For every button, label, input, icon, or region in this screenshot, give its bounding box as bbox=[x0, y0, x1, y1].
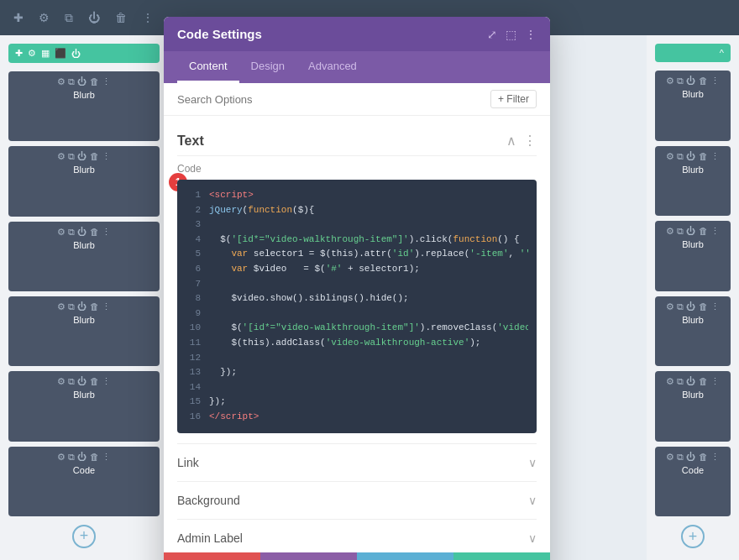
modal-header-icons: ⤢ ⬚ ⋮ bbox=[487, 28, 537, 41]
modal-title: Code Settings bbox=[177, 27, 262, 41]
module-blurb-5[interactable]: ⚙ ⧉ ⏻ 🗑 ⋮ Blurb bbox=[8, 371, 160, 441]
modal-tabs: Content Design Advanced bbox=[164, 51, 550, 83]
more-dots-icon[interactable]: ⋮ bbox=[525, 28, 537, 41]
tab-content[interactable]: Content bbox=[177, 51, 239, 83]
dots-icon[interactable]: ⋮ bbox=[139, 8, 157, 28]
text-section-header: Text ∧ ⋮ bbox=[177, 126, 537, 156]
module-blurb-3[interactable]: ⚙ ⧉ ⏻ 🗑 ⋮ Blurb bbox=[8, 222, 160, 291]
accordion-admin-title: Admin Label bbox=[177, 531, 243, 545]
module-blurb-r4[interactable]: ⚙ ⧉ ⏻ 🗑 ⋮ Blurb bbox=[655, 296, 731, 367]
tab-design[interactable]: Design bbox=[239, 51, 296, 83]
code-label: Code bbox=[177, 163, 537, 175]
accordion-admin-label[interactable]: Admin Label ∨ bbox=[177, 519, 537, 553]
accordion-link[interactable]: Link ∨ bbox=[177, 443, 537, 481]
section-title-text: Text bbox=[177, 133, 204, 149]
accordion-background[interactable]: Background ∨ bbox=[177, 481, 537, 519]
save-button[interactable]: ✓ bbox=[453, 552, 550, 560]
section-controls: ∧ ⋮ bbox=[506, 133, 537, 149]
module-code-right[interactable]: ⚙ ⧉ ⏻ 🗑 ⋮ Code bbox=[655, 447, 731, 517]
code-editor[interactable]: 1 2 3 4 5 6 7 8 9 10 11 12 13 14 15 16 bbox=[177, 180, 537, 433]
modal-footer: ✕ ↺ ↻ ✓ bbox=[164, 552, 550, 560]
code-settings-modal: Code Settings ⤢ ⬚ ⋮ Content Design Advan… bbox=[164, 17, 550, 560]
copy-icon[interactable]: ⧉ bbox=[61, 8, 76, 29]
search-input[interactable] bbox=[177, 93, 484, 106]
section-dots-icon[interactable]: ⋮ bbox=[523, 133, 537, 149]
add-module-right[interactable]: + bbox=[681, 525, 705, 548]
modal-header: Code Settings ⤢ ⬚ ⋮ bbox=[164, 17, 550, 51]
cols-icon-green[interactable]: ⬛ bbox=[55, 48, 66, 59]
module-blurb-r1[interactable]: ⚙ ⧉ ⏻ 🗑 ⋮ Blurb bbox=[655, 71, 731, 141]
power-icon[interactable]: ⏻ bbox=[85, 8, 103, 28]
power-icon-green[interactable]: ⏻ bbox=[71, 49, 81, 59]
modal-body: Text ∧ ⋮ Code 1 1 2 3 4 5 6 7 8 9 bbox=[164, 116, 550, 552]
add-module-left[interactable]: + bbox=[72, 525, 96, 548]
fullscreen-icon[interactable]: ⤢ bbox=[487, 28, 497, 41]
undo-button[interactable]: ↺ bbox=[260, 552, 357, 560]
chevron-down-admin: ∨ bbox=[528, 531, 537, 545]
module-blurb-r5[interactable]: ⚙ ⧉ ⏻ 🗑 ⋮ Blurb bbox=[655, 371, 731, 442]
right-panel: ^ ⚙ ⧉ ⏻ 🗑 ⋮ Blurb ⚙ ⧉ ⏻ 🗑 ⋮ Blurb ⚙ ⧉ ⏻ … bbox=[647, 35, 739, 560]
tab-advanced[interactable]: Advanced bbox=[296, 51, 369, 83]
module-blurb-4[interactable]: ⚙ ⧉ ⏻ 🗑 ⋮ Blurb bbox=[8, 296, 160, 366]
module-blurb-r2[interactable]: ⚙ ⧉ ⏻ 🗑 ⋮ Blurb bbox=[655, 146, 731, 217]
filter-button[interactable]: + Filter bbox=[490, 90, 537, 108]
trash-icon[interactable]: 🗑 bbox=[112, 8, 130, 28]
module-code-left[interactable]: ⚙ ⧉ ⏻ 🗑 ⋮ Code bbox=[8, 447, 160, 516]
grid-icon-green[interactable]: ▦ bbox=[41, 48, 50, 59]
plus-icon-green[interactable]: ✚ bbox=[15, 48, 23, 59]
columns-icon[interactable]: ⬚ bbox=[506, 28, 516, 41]
module-blurb-r3[interactable]: ⚙ ⧉ ⏻ 🗑 ⋮ Blurb bbox=[655, 221, 731, 291]
plus-icon[interactable]: ✚ bbox=[10, 8, 27, 28]
code-content: <script> jQuery(function($){ $('[id*="vi… bbox=[209, 188, 528, 425]
collapse-icon[interactable]: ∧ bbox=[506, 133, 516, 149]
code-editor-wrapper: 1 1 2 3 4 5 6 7 8 9 10 11 12 13 14 bbox=[177, 180, 537, 433]
chevron-up-icon[interactable]: ^ bbox=[720, 48, 724, 58]
module-blurb-2[interactable]: ⚙ ⧉ ⏻ 🗑 ⋮ Blurb bbox=[8, 146, 160, 216]
cancel-button[interactable]: ✕ bbox=[164, 552, 260, 560]
accordion-background-title: Background bbox=[177, 494, 240, 507]
chevron-down-link: ∨ bbox=[528, 456, 537, 469]
accordion-link-title: Link bbox=[177, 456, 199, 469]
modal-search-bar: + Filter bbox=[164, 83, 550, 116]
gear-icon-green[interactable]: ⚙ bbox=[28, 48, 36, 59]
module-blurb-1[interactable]: ⚙ ⧉ ⏻ 🗑 ⋮ Blurb bbox=[8, 71, 160, 141]
left-panel: ✚ ⚙ ▦ ⬛ ⏻ ⚙ ⧉ ⏻ 🗑 ⋮ Blurb ⚙ ⧉ ⏻ 🗑 ⋮ Blur… bbox=[0, 35, 168, 560]
chevron-down-background: ∨ bbox=[528, 494, 537, 507]
line-numbers: 1 2 3 4 5 6 7 8 9 10 11 12 13 14 15 16 bbox=[186, 188, 209, 425]
redo-button[interactable]: ↻ bbox=[357, 552, 453, 560]
gear-icon[interactable]: ⚙ bbox=[35, 8, 53, 28]
